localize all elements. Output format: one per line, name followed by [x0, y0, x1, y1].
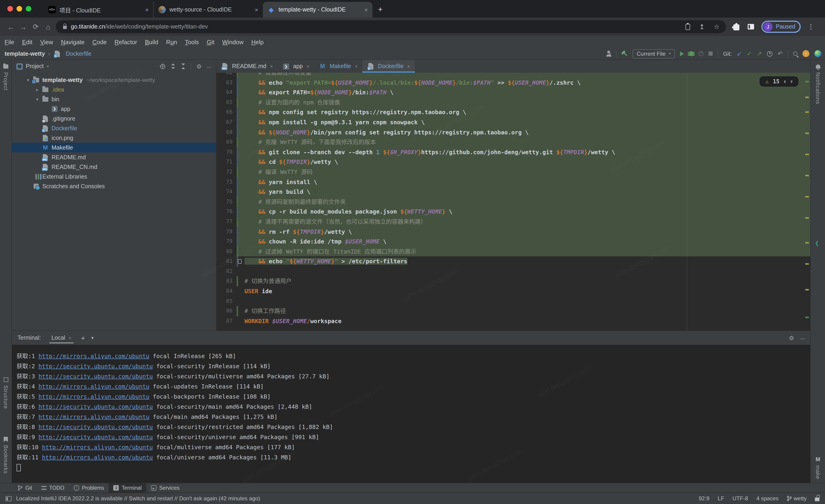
tool-stripe-notifications[interactable]: Notifications [811, 64, 825, 104]
project-panel-title[interactable]: Project [26, 63, 44, 70]
address-bar[interactable]: go.titanide.cn/ide/web/coding/template-w… [56, 20, 726, 33]
bookmark-star-icon[interactable]: ☆ [714, 23, 720, 30]
terminal-link[interactable]: http://security.ubuntu.com/ubuntu [39, 363, 153, 369]
menu-item-edit[interactable]: Edit [22, 38, 32, 45]
update-available-icon[interactable] [803, 50, 809, 57]
menu-item-build[interactable]: Build [145, 38, 158, 45]
history-icon[interactable] [767, 51, 772, 56]
chevron-right-icon[interactable]: ▸ [33, 87, 42, 92]
editor-tab-makefile[interactable]: Makefile [314, 60, 362, 73]
tree-item--gitignore[interactable]: .gitignore [12, 114, 216, 123]
tab-close-icon[interactable] [255, 6, 258, 13]
breadcrumb-file[interactable]: Dockerfile [66, 51, 91, 57]
editor-tab-app[interactable]: app [278, 60, 314, 73]
browser-tab[interactable]: ◆template-wetty - CloudIDE [263, 2, 372, 17]
git-commit-icon[interactable]: ✓ [747, 51, 752, 57]
browser-tab[interactable]: wetty-source - CloudIDE [153, 2, 263, 17]
menu-item-help[interactable]: Help [251, 38, 264, 45]
profile-chip[interactable]: J Paused [761, 21, 801, 33]
tool-stripe-structure[interactable]: Structure [0, 376, 11, 409]
terminal-link[interactable]: http://mirrors.aliyun.com/ubuntu [39, 393, 149, 400]
rollback-icon[interactable] [777, 50, 783, 57]
tool-stripe-project[interactable]: Project [0, 64, 11, 90]
tool-window-button-problems[interactable]: Problems [69, 483, 108, 493]
chevron-down-icon[interactable] [47, 64, 49, 68]
editor-tab-readme-md[interactable]: README.md [216, 60, 278, 73]
gear-icon[interactable] [196, 63, 202, 70]
code-area[interactable]: 62 # 设置路径环境变量63 && echo "export PATH=${U… [216, 73, 810, 330]
search-icon[interactable] [793, 52, 798, 56]
chevron-down-icon[interactable]: ▾ [33, 97, 42, 101]
tree-item-template-wetty[interactable]: ▾template-wetty~/workspace/template-wett… [12, 75, 216, 85]
code-with-me-icon[interactable] [606, 51, 611, 57]
terminal-link[interactable]: http://security.ubuntu.com/ubuntu [39, 403, 153, 410]
tool-window-button-terminal[interactable]: Terminal [109, 483, 146, 493]
browser-tab[interactable]: <t>项目 - CloudIDE [44, 2, 153, 17]
tree-item-readme-md[interactable]: README.md [12, 152, 216, 162]
terminal-output[interactable]: 获取:1 http://mirrors.aliyun.com/ubuntu fo… [12, 345, 810, 483]
encoding[interactable]: UTF-8 [733, 495, 748, 502]
tree-item-makefile[interactable]: Makefile [12, 143, 216, 152]
tree-item-icon-png[interactable]: icon.png [12, 133, 216, 143]
tab-close-icon[interactable] [407, 64, 410, 69]
tab-close-icon[interactable] [364, 6, 368, 13]
line-ending[interactable]: LF [718, 495, 724, 502]
menu-item-file[interactable]: File [5, 38, 14, 45]
menu-item-code[interactable]: Code [92, 38, 106, 45]
tree-item-app[interactable]: app [12, 104, 216, 114]
browser-menu-icon[interactable] [808, 23, 814, 30]
tree-item--idea[interactable]: ▸.idea [12, 85, 216, 94]
locate-file-icon[interactable] [160, 64, 165, 69]
tool-window-toggle-icon[interactable] [5, 496, 11, 501]
indent-setting[interactable]: 4 spaces [756, 495, 778, 502]
tab-close-icon[interactable] [145, 6, 149, 13]
home-icon[interactable]: ⌂ [42, 23, 54, 30]
tree-item-bin[interactable]: ▾bin [12, 94, 216, 104]
next-warning-icon[interactable]: ∨ [790, 79, 793, 84]
run-icon[interactable] [680, 51, 684, 56]
hide-panel-icon[interactable] [207, 63, 211, 70]
tool-window-button-todo[interactable]: TODO [36, 483, 69, 493]
terminal-link[interactable]: http://security.ubuntu.com/ubuntu [39, 434, 153, 440]
editor-tab-dockerfile[interactable]: Dockerfile [362, 60, 415, 73]
gear-icon[interactable] [789, 334, 794, 341]
tab-close-icon[interactable] [306, 64, 309, 69]
breadcrumb-project[interactable]: template-wetty [5, 51, 45, 57]
status-message[interactable]: Localized IntelliJ IDEA 2022.2.2 is avai… [16, 495, 260, 502]
tree-item-dockerfile[interactable]: Dockerfile [12, 123, 216, 133]
reload-icon[interactable]: ⟳ [29, 22, 42, 31]
forward-icon[interactable]: → [17, 23, 29, 30]
side-panel-icon[interactable] [748, 24, 754, 29]
titan-logo-icon[interactable] [814, 50, 821, 57]
chevron-down-icon[interactable]: ▾ [24, 78, 32, 82]
tool-stripe-make[interactable]: M make [811, 456, 825, 479]
terminal-link[interactable]: http://security.ubuntu.com/ubuntu [39, 373, 153, 380]
terminal-link[interactable]: http://mirrors.aliyun.com/ubuntu [42, 454, 153, 461]
maximize-window-button[interactable] [26, 6, 31, 11]
new-tab-button[interactable] [378, 5, 383, 14]
git-push-icon[interactable]: ↗ [757, 51, 762, 57]
close-window-button[interactable] [7, 6, 13, 11]
menu-item-run[interactable]: Run [166, 38, 177, 45]
menu-item-git[interactable]: Git [207, 38, 214, 45]
close-icon[interactable] [68, 335, 71, 341]
caret-position[interactable]: 92:9 [699, 495, 709, 502]
tool-window-button-git[interactable]: Git [13, 483, 36, 493]
lock-icon[interactable] [63, 25, 67, 29]
new-terminal-icon[interactable] [81, 334, 85, 342]
git-branch[interactable]: wetty [787, 495, 807, 502]
collapse-all-icon[interactable] [181, 64, 186, 69]
terminal-link[interactable]: http://mirrors.aliyun.com/ubuntu [39, 383, 149, 390]
profiler-icon[interactable] [698, 51, 703, 56]
back-icon[interactable]: ← [5, 23, 17, 30]
hide-terminal-icon[interactable] [800, 334, 805, 341]
tree-item-scratches-and-consoles[interactable]: Scratches and Consoles [12, 181, 216, 191]
tab-close-icon[interactable] [270, 64, 273, 69]
terminal-link[interactable]: http://mirrors.aliyun.com/ubuntu [39, 353, 149, 359]
git-update-icon[interactable]: ↙ [737, 51, 742, 57]
menu-item-tools[interactable]: Tools [185, 38, 199, 45]
unlocked-icon[interactable] [815, 497, 820, 501]
inspection-widget[interactable]: ⚠ 15 ∧ ∨ [760, 76, 798, 87]
tool-window-button-services[interactable]: Services [146, 483, 184, 493]
prev-warning-icon[interactable]: ∧ [783, 79, 786, 84]
